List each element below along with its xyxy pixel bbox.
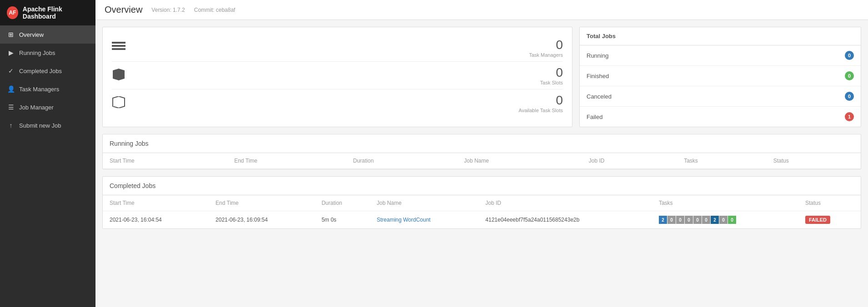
completed-jobs-body: 2021-06-23, 16:04:54 2021-06-23, 16:09:5… [103,211,861,229]
task-managers-label: Task Managers [130,52,563,58]
running-count: 0 [845,51,854,60]
running-jobs-section: Running Jobs Start Time End Time Duratio… [102,134,861,169]
running-jobs-icon: ▶ [7,49,15,56]
failed-label: Failed [587,114,602,120]
finished-label: Finished [587,73,609,79]
col-job-name: Job Name [457,153,582,169]
canceled-status-row: Canceled 0 [580,86,861,107]
running-status-row: Running 0 [580,45,861,66]
page-header: Overview Version: 1.7.2 Commit: ceba8af [95,0,868,20]
task-managers-icon: 👤 [7,85,15,93]
failed-status-row: Failed 1 [580,107,861,127]
status-badge: FAILED [805,216,830,224]
sidebar-label-running-jobs: Running Jobs [19,50,55,56]
available-slots-value-area: 0 Available Task Slots [130,93,563,113]
app-logo: AF [7,6,18,19]
sidebar-label-submit-new-job: Submit new Job [19,122,61,129]
task-badge: 0 [676,216,684,224]
cj-col-start-time: Start Time [103,195,209,211]
content-area: 0 Task Managers 0 Task Slots [95,20,868,236]
task-badge: 0 [667,216,676,224]
col-start-time: Start Time [103,153,227,169]
table-row[interactable]: 2021-06-23, 16:04:54 2021-06-23, 16:09:5… [103,211,861,229]
cj-col-tasks: Tasks [652,195,798,211]
sidebar-item-task-managers[interactable]: 👤 Task Managers [0,80,95,98]
job-duration: 5m 0s [315,211,370,229]
running-jobs-header-row: Start Time End Time Duration Job Name Jo… [103,153,861,169]
job-name[interactable]: Streaming WordCount [370,211,478,229]
available-slots-metric-icon [112,96,130,110]
job-tasks: 200000200 [652,211,798,229]
cj-col-end-time: End Time [209,195,315,211]
svg-rect-2 [112,48,125,50]
task-badge: 0 [685,216,693,224]
canceled-count: 0 [845,92,854,101]
task-slots-metric: 0 Task Slots [112,62,563,89]
cj-col-status: Status [798,195,861,211]
task-badge: 2 [659,216,667,224]
running-jobs-title: Running Jobs [103,134,861,153]
job-id: 4121e04eeebf7f5a24a0115685243e2b [479,211,652,229]
svg-rect-1 [112,45,125,47]
col-duration: Duration [346,153,457,169]
cj-col-job-name: Job Name [370,195,478,211]
available-slots-count: 0 [130,93,563,108]
app-title: Apache Flink Dashboard [23,5,89,20]
completed-jobs-header-row: Start Time End Time Duration Job Name Jo… [103,195,861,211]
task-slots-value-area: 0 Task Slots [130,65,563,85]
metrics-card: 0 Task Managers 0 Task Slots [102,27,572,127]
page-title: Overview [105,5,142,15]
task-slots-count: 0 [130,65,563,80]
col-status: Status [767,153,861,169]
submit-job-icon: ↑ [7,122,15,129]
overview-icon: ⊞ [7,31,15,38]
sidebar: AF Apache Flink Dashboard ⊞ Overview ▶ R… [0,0,95,307]
total-jobs-card: Total Jobs Running 0 Finished 0 Canceled… [579,27,861,127]
completed-jobs-icon: ✓ [7,67,15,74]
col-tasks: Tasks [677,153,766,169]
total-jobs-header: Total Jobs [580,27,861,45]
task-badge: 0 [728,216,736,224]
task-managers-count: 0 [130,38,563,52]
available-slots-metric: 0 Available Task Slots [112,89,563,117]
sidebar-item-completed-jobs[interactable]: ✓ Completed Jobs [0,62,95,80]
cj-col-duration: Duration [315,195,370,211]
task-badge: 0 [693,216,702,224]
available-slots-label: Available Task Slots [130,108,563,113]
job-start-time: 2021-06-23, 16:04:54 [103,211,209,229]
sidebar-item-running-jobs[interactable]: ▶ Running Jobs [0,44,95,62]
task-slots-metric-icon [112,69,130,83]
sidebar-label-job-manager: Job Manager [19,104,54,111]
cj-col-job-id: Job ID [479,195,652,211]
col-end-time: End Time [227,153,346,169]
sidebar-label-completed-jobs: Completed Jobs [19,68,62,74]
version-label: Version: 1.7.2 [151,7,185,13]
canceled-label: Canceled [587,93,612,100]
completed-jobs-title: Completed Jobs [103,177,861,195]
task-badge: 2 [711,216,719,224]
task-badge: 0 [702,216,710,224]
finished-status-row: Finished 0 [580,66,861,86]
task-managers-value-area: 0 Task Managers [130,38,563,58]
stats-row: 0 Task Managers 0 Task Slots [102,27,861,127]
sidebar-label-task-managers: Task Managers [19,86,59,93]
svg-rect-0 [112,42,125,44]
commit-label: Commit: ceba8af [194,7,236,13]
running-label: Running [587,52,608,59]
col-job-id: Job ID [582,153,677,169]
sidebar-header: AF Apache Flink Dashboard [0,0,95,25]
running-jobs-table: Start Time End Time Duration Job Name Jo… [103,153,861,169]
task-managers-metric: 0 Task Managers [112,34,563,62]
job-status: FAILED [798,211,861,229]
task-managers-metric-icon [112,42,130,54]
sidebar-item-job-manager[interactable]: ☰ Job Manager [0,98,95,116]
task-slots-label: Task Slots [130,80,563,85]
sidebar-item-overview[interactable]: ⊞ Overview [0,25,95,44]
job-end-time: 2021-06-23, 16:09:54 [209,211,315,229]
sidebar-label-overview: Overview [19,31,44,38]
sidebar-item-submit-new-job[interactable]: ↑ Submit new Job [0,116,95,134]
completed-jobs-section: Completed Jobs Start Time End Time Durat… [102,176,861,229]
finished-count: 0 [845,71,854,80]
failed-count: 1 [845,112,854,121]
task-badge: 0 [719,216,728,224]
